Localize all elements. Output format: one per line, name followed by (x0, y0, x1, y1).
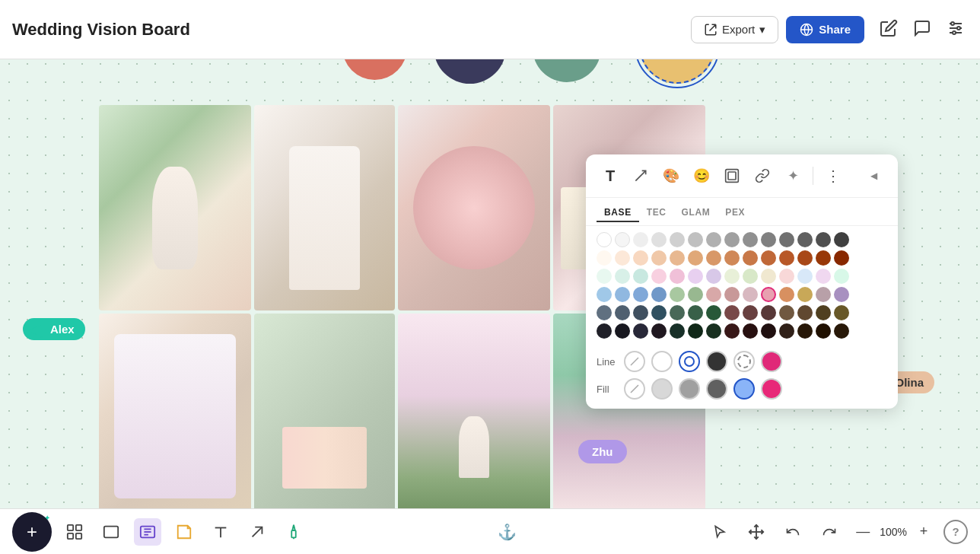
color-swatch[interactable] (688, 287, 703, 302)
color-swatch[interactable] (615, 323, 630, 339)
emoji-tool-icon[interactable]: 😊 (688, 162, 715, 189)
color-swatch[interactable] (615, 269, 630, 284)
vboard-image-decoration[interactable] (99, 314, 251, 508)
color-swatch[interactable] (597, 250, 612, 266)
color-swatch[interactable] (743, 305, 758, 320)
color-swatch[interactable] (779, 305, 794, 320)
color-swatch[interactable] (761, 269, 776, 284)
comment-icon[interactable] (913, 19, 934, 40)
color-swatch[interactable] (834, 323, 849, 339)
color-swatch[interactable] (761, 250, 776, 266)
anchor-tool-button[interactable]: ⚓ (493, 518, 520, 546)
color-swatch[interactable] (779, 323, 794, 339)
color-swatch[interactable] (743, 287, 758, 302)
color-swatch[interactable] (670, 250, 685, 266)
color-swatch[interactable] (797, 269, 813, 284)
color-swatch[interactable] (706, 323, 721, 339)
color-swatch[interactable] (688, 269, 703, 284)
redo-button[interactable] (816, 518, 843, 546)
color-swatch[interactable] (761, 305, 776, 320)
color-swatch[interactable] (670, 323, 685, 339)
color-swatch[interactable] (670, 287, 685, 302)
line-white-swatch[interactable] (651, 351, 673, 372)
color-swatch[interactable] (797, 250, 813, 266)
color-swatch-selected[interactable] (761, 287, 776, 302)
color-swatch[interactable] (670, 232, 685, 247)
zoom-out-button[interactable]: — (852, 521, 873, 543)
fill-none-swatch[interactable] (624, 378, 645, 400)
color-swatch[interactable] (688, 250, 703, 266)
color-swatch[interactable] (743, 269, 758, 284)
help-button[interactable]: ? (943, 520, 968, 544)
undo-button[interactable] (779, 518, 807, 546)
rectangle-tool-button[interactable] (97, 518, 125, 546)
zoom-in-button[interactable]: + (913, 521, 934, 543)
color-swatch[interactable] (706, 269, 721, 284)
color-swatch[interactable] (651, 323, 667, 339)
color-swatch[interactable] (688, 232, 703, 247)
fill-lightgray-swatch[interactable] (651, 378, 673, 400)
line-dark-swatch[interactable] (706, 351, 727, 372)
color-swatch[interactable] (797, 323, 813, 339)
color-swatch[interactable] (651, 250, 667, 266)
color-swatch[interactable] (816, 269, 831, 284)
settings-icon[interactable] (947, 19, 968, 40)
palette-tab-base[interactable]: BASE (597, 204, 639, 222)
color-swatch[interactable] (834, 269, 849, 284)
sticky-note-tool-button[interactable] (170, 518, 198, 546)
color-swatch[interactable] (633, 232, 648, 247)
palette-tab-glam[interactable]: GLAM (674, 204, 718, 222)
color-swatch[interactable] (816, 305, 831, 320)
line-dashed-swatch[interactable] (733, 351, 755, 372)
color-swatch[interactable] (724, 323, 740, 339)
color-swatch[interactable] (706, 287, 721, 302)
color-swatch[interactable] (651, 287, 667, 302)
line-pink-swatch[interactable] (761, 351, 782, 372)
vboard-image-cake[interactable] (254, 105, 395, 310)
color-swatch[interactable] (779, 232, 794, 247)
color-swatch[interactable] (633, 269, 648, 284)
color-swatch[interactable] (688, 305, 703, 320)
color-swatch[interactable] (597, 323, 612, 339)
color-swatch[interactable] (597, 287, 612, 302)
color-swatch[interactable] (615, 287, 630, 302)
color-swatch[interactable] (633, 250, 648, 266)
color-swatch[interactable] (834, 232, 849, 247)
color-swatch[interactable] (597, 269, 612, 284)
color-swatch[interactable] (597, 305, 612, 320)
color-swatch[interactable] (724, 232, 740, 247)
color-swatch[interactable] (797, 305, 813, 320)
fill-pink-swatch[interactable] (761, 378, 782, 400)
color-swatch[interactable] (633, 287, 648, 302)
color-swatch[interactable] (651, 305, 667, 320)
text-box-tool-button[interactable] (134, 518, 161, 546)
fill-darkgray-swatch[interactable] (706, 378, 727, 400)
color-swatch[interactable] (724, 269, 740, 284)
frames-tool-button[interactable] (61, 518, 88, 546)
color-swatch[interactable] (615, 305, 630, 320)
vboard-image-bride[interactable] (99, 105, 251, 310)
color-swatch[interactable] (615, 232, 630, 247)
color-swatch[interactable] (651, 232, 667, 247)
color-swatch[interactable] (816, 232, 831, 247)
color-swatch[interactable] (688, 323, 703, 339)
text-tool-button[interactable] (207, 518, 234, 546)
color-swatch[interactable] (779, 269, 794, 284)
palette-tab-tec[interactable]: TEC (639, 204, 674, 222)
add-fab-button[interactable]: + (12, 512, 52, 552)
color-swatch[interactable] (597, 232, 612, 247)
text-tool-icon[interactable]: T (597, 162, 624, 189)
color-swatch[interactable] (670, 269, 685, 284)
color-swatch[interactable] (724, 250, 740, 266)
vboard-image-cherry-blossoms[interactable] (398, 314, 550, 508)
frame-tool-icon[interactable] (718, 162, 746, 189)
marker-tool-button[interactable] (280, 518, 307, 546)
palette-tool-icon[interactable]: 🎨 (657, 162, 685, 189)
vboard-image-table[interactable] (254, 314, 395, 508)
vboard-image-flowers[interactable] (398, 105, 550, 310)
collapse-icon[interactable]: ◀ (860, 162, 887, 189)
color-swatch[interactable] (706, 250, 721, 266)
color-swatch[interactable] (706, 305, 721, 320)
color-swatch[interactable] (615, 250, 630, 266)
fill-gray-swatch[interactable] (679, 378, 700, 400)
